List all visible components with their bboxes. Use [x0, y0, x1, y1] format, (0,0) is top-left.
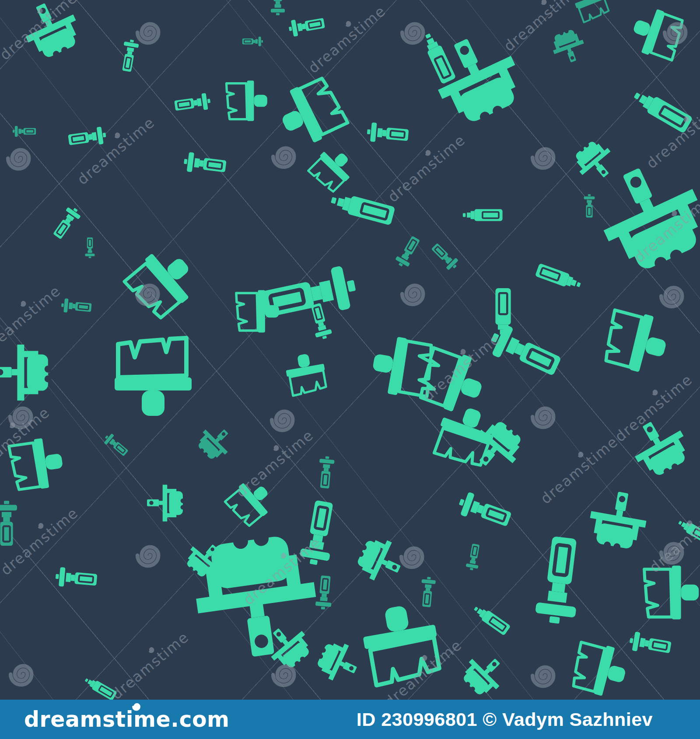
- putty-knife-icon: [314, 574, 334, 615]
- putty-knife-icon: [0, 494, 18, 547]
- pattern-background: [0, 0, 700, 739]
- watermark-spiral-icon: [393, 536, 435, 578]
- paint-roller-icon: [576, 486, 657, 567]
- putty-knife-icon: [56, 297, 93, 315]
- paint-brush-icon: [109, 330, 197, 418]
- watermark-spiral-icon: [524, 136, 566, 178]
- putty-knife-icon: [84, 237, 95, 261]
- watermark-spiral-icon: [129, 11, 171, 53]
- putty-knife-icon: [242, 36, 266, 47]
- image-id-attribution: ID 230996801 © Vadym Sazhniev: [357, 709, 653, 730]
- watermark-spiral-icon: [653, 275, 695, 317]
- watermark-spiral-icon: [656, 11, 698, 53]
- watermark-spiral-icon: [2, 653, 44, 695]
- paint-brush-icon: [281, 350, 332, 401]
- watermark-spiral-icon: [0, 137, 42, 179]
- watermark-spiral-icon: [129, 273, 171, 315]
- putty-knife-icon: [316, 451, 336, 489]
- watermark-spiral-icon: [129, 534, 171, 576]
- putty-knife-icon: [360, 121, 410, 146]
- watermark-spiral-icon: [524, 396, 566, 438]
- stock-pattern-image: dreamstime dreamstime dreamstime dreamst…: [0, 0, 700, 739]
- watermark-spiral-icon: [524, 655, 566, 697]
- dreamstime-logo: dreamstime.com: [24, 707, 230, 732]
- paint-brush-icon: [232, 287, 280, 335]
- watermark-footer-bar: dreamstime.com ID 230996801 © Vadym Sazh…: [0, 700, 700, 739]
- paint-tube-icon: [459, 207, 503, 223]
- dreamstime-logo-text: dreamstime.com: [24, 707, 230, 732]
- watermark-spiral-icon: [394, 11, 436, 53]
- dreamstime-spiral-icon: [130, 700, 144, 713]
- watermark-spiral-icon: [265, 654, 307, 696]
- putty-knife-icon: [270, 0, 285, 20]
- putty-knife-icon: [49, 566, 98, 591]
- watermark-spiral-icon: [265, 136, 307, 178]
- watermark-spiral-icon: [394, 273, 436, 315]
- paint-brush-icon: [222, 78, 268, 124]
- putty-knife-icon: [9, 125, 36, 137]
